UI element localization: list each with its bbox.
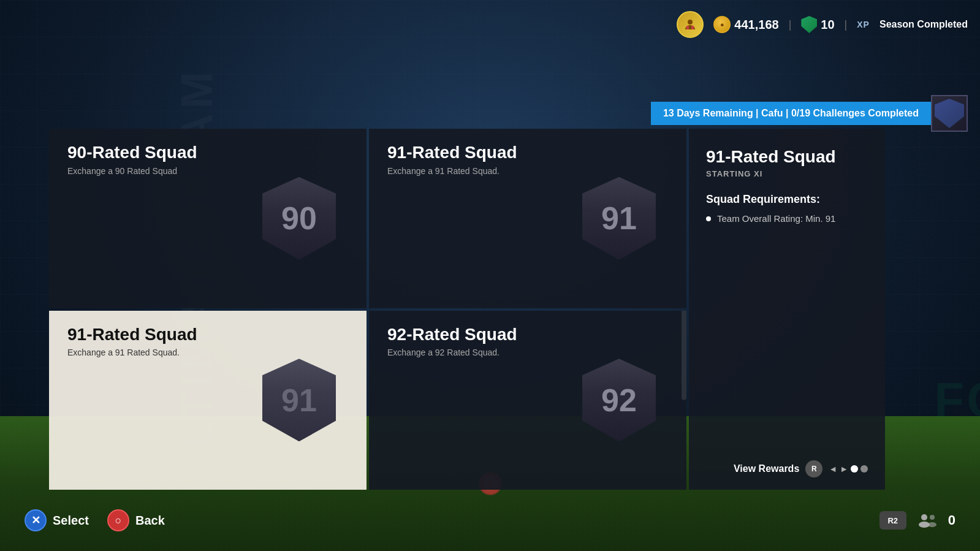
req-bullet-0 — [706, 216, 711, 221]
requirements-title: Squad Requirements: — [706, 193, 868, 206]
rating-badge-92: 92 — [576, 354, 662, 446]
challenge-banner: 13 Days Remaining | Cafu | 0/19 Challeng… — [651, 95, 968, 132]
squad-card-90[interactable]: 90-Rated Squad Exchange a 90 Rated Squad… — [49, 129, 367, 308]
player-count-value: 0 — [948, 512, 955, 528]
panel-subtitle: STARTING XI — [706, 169, 868, 178]
bottom-right: R2 0 — [879, 511, 955, 530]
back-action[interactable]: ○ Back — [107, 509, 165, 531]
badge-shape-90: 90 — [262, 177, 336, 260]
svg-point-6 — [928, 522, 936, 527]
o-button-icon: ○ — [107, 509, 129, 531]
card-91-top-title: 91-Rated Squad — [387, 143, 668, 162]
nav-dot-1 — [851, 465, 858, 473]
squad-card-92[interactable]: 92-Rated Squad Exchange a 92 Rated Squad… — [369, 311, 686, 490]
svg-rect-2 — [691, 26, 694, 29]
shield-display: 10 — [801, 16, 834, 33]
card-92-title: 92-Rated Squad — [387, 325, 668, 344]
player-avatar — [677, 11, 704, 38]
badge-shape-92: 92 — [582, 359, 656, 441]
squad-card-91-top[interactable]: 91-Rated Squad Exchange a 91 Rated Squad… — [369, 129, 686, 308]
requirements-section: Squad Requirements: Team Overall Rating:… — [706, 193, 868, 224]
select-label: Select — [53, 514, 89, 528]
players-icon — [916, 512, 938, 529]
shield-value: 10 — [821, 18, 834, 32]
badge-number-91-top: 91 — [601, 200, 637, 237]
bottom-left: ✕ Select ○ Back — [25, 509, 165, 531]
select-action[interactable]: ✕ Select — [25, 509, 89, 531]
svg-point-0 — [688, 20, 693, 25]
rating-badge-90: 90 — [256, 172, 342, 264]
x-button-icon: ✕ — [25, 509, 47, 531]
coin-icon: ● — [713, 16, 731, 33]
badge-shape-91-top: 91 — [582, 177, 656, 260]
back-label: Back — [135, 514, 165, 528]
r-button: R — [805, 460, 822, 477]
nav-dots: ◄ ► — [829, 464, 868, 474]
bottom-bar: ✕ Select ○ Back R2 0 — [0, 490, 980, 551]
nav-dot-2 — [860, 465, 868, 473]
svg-rect-1 — [686, 26, 689, 29]
panel-title: 91-Rated Squad — [706, 147, 868, 167]
challenge-text: 13 Days Remaining | Cafu | 0/19 Challeng… — [651, 102, 931, 125]
coin-display: ● 441,168 — [713, 16, 778, 33]
coin-value: 441,168 — [734, 18, 778, 32]
r2-button: R2 — [879, 511, 906, 530]
card-91-sel-title: 91-Rated Squad — [67, 325, 348, 344]
rating-badge-91-top: 91 — [576, 172, 662, 264]
shield-icon — [801, 16, 817, 33]
squad-grid: 90-Rated Squad Exchange a 90 Rated Squad… — [49, 129, 686, 490]
requirement-item-0: Team Overall Rating: Min. 91 — [706, 213, 868, 224]
top-hud: ● 441,168 | 10 | XP Season Completed — [664, 0, 980, 49]
nav-arrow-left: ◄ — [829, 464, 837, 474]
svg-point-3 — [921, 514, 927, 520]
view-rewards-bar[interactable]: View Rewards R ◄ ► — [706, 460, 868, 477]
rating-badge-91-sel: 91 — [256, 354, 342, 446]
hud-divider-1: | — [789, 18, 792, 31]
scroll-indicator — [682, 311, 686, 400]
svg-point-5 — [930, 515, 935, 520]
xp-label: XP — [857, 20, 870, 29]
view-rewards-label: View Rewards — [734, 463, 799, 474]
badge-number-92: 92 — [601, 382, 637, 419]
req-text-0: Team Overall Rating: Min. 91 — [717, 213, 835, 224]
hud-divider-2: | — [845, 18, 848, 31]
badge-number-90: 90 — [281, 200, 317, 237]
card-90-title: 90-Rated Squad — [67, 143, 348, 162]
main-content: 90-Rated Squad Exchange a 90 Rated Squad… — [49, 129, 968, 490]
challenge-shield-icon — [931, 95, 968, 132]
season-status: Season Completed — [879, 19, 968, 30]
badge-shape-91-sel: 91 — [262, 359, 336, 441]
badge-number-91-sel: 91 — [281, 382, 317, 419]
nav-arrow-right: ► — [840, 464, 848, 474]
squad-card-91-selected[interactable]: 91-Rated Squad Exchange a 91 Rated Squad… — [49, 311, 367, 490]
right-panel: 91-Rated Squad STARTING XI Squad Require… — [689, 129, 885, 490]
